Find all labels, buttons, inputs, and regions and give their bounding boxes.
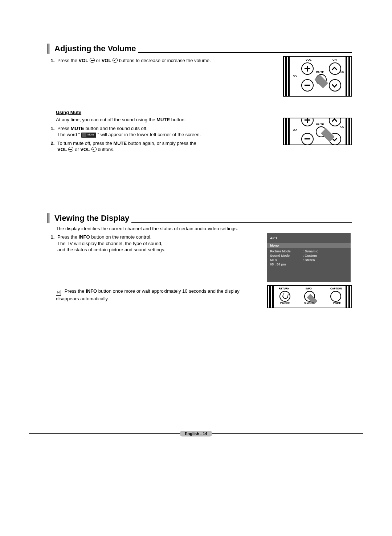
- vol-down-button: [301, 133, 314, 145]
- volume-text: Press the VOL or VOL buttons to decrease…: [47, 56, 274, 66]
- subheading-mute: Using Mute: [56, 110, 274, 115]
- label-mute: MUTE: [316, 70, 324, 74]
- vol-up-button: [301, 118, 314, 126]
- mute-speaker-icon: [82, 133, 86, 137]
- ch-up-button: [329, 118, 341, 126]
- heading-rule: [138, 52, 352, 53]
- display-step-1: Press the INFO button on the remote cont…: [56, 234, 258, 253]
- display-note: N Press the INFO button once more or wai…: [56, 288, 258, 302]
- vol-minus-icon: [90, 58, 95, 63]
- mute-intro: At any time, you can cut off the sound u…: [56, 117, 274, 123]
- vol-down-button: [301, 79, 314, 92]
- osd-row: Picture Mode Dynamic: [270, 249, 348, 253]
- ch-up-button: [329, 62, 341, 75]
- label-caption: CAPTION: [330, 287, 342, 290]
- label-return: RETURN: [279, 287, 289, 290]
- label-psize: P.SIZE: [333, 302, 341, 304]
- osd-channel: Air 7: [270, 236, 348, 240]
- remote-figure-volume: VOL CH MUTE: [283, 56, 352, 97]
- vol-plus-icon: [91, 147, 97, 152]
- heading-rule: [131, 222, 352, 223]
- section-heading-display: Viewing the Display: [47, 213, 352, 223]
- vol-plus-icon: [113, 58, 118, 63]
- heading-accent: [47, 213, 50, 223]
- label-vol: VOL: [306, 58, 311, 61]
- osd-sound: Mono: [267, 243, 351, 248]
- mute-step-2: To turn mute off, press the MUTE button …: [56, 140, 274, 153]
- osd-row: MTS Stereo: [270, 258, 348, 262]
- caption-button-icon: [330, 291, 341, 302]
- remote-figure-mute: MUTE: [283, 118, 352, 145]
- ch-down-button: [329, 79, 341, 92]
- osd-time: 05 : 54 pm: [270, 263, 348, 266]
- page-number: English - 14: [180, 431, 212, 436]
- label-info: INFO: [306, 287, 312, 290]
- label-pmode: P.MODE: [280, 302, 290, 304]
- note-icon: N: [56, 290, 61, 296]
- osd-info-panel: Air 7 Mono Picture Mode Dynamic Sound Mo…: [267, 233, 351, 282]
- page-footer: English - 14: [0, 433, 392, 434]
- mute-step-1: Press MUTE button and the sound cuts off…: [56, 125, 274, 138]
- label-smode: S.MODE: [304, 302, 314, 304]
- osd-row: Sound Mode Custom: [270, 254, 348, 257]
- vol-up-button: [301, 62, 314, 75]
- label-ch: CH: [332, 58, 337, 61]
- vol-minus-icon: [68, 147, 73, 152]
- volume-step-1: Press the VOL or VOL buttons to decrease…: [56, 57, 274, 64]
- remote-figure-info: RETURN INFO CAPTION P.MODE S.MODE P.SIZE: [267, 285, 352, 308]
- return-button-icon: [279, 291, 290, 302]
- heading-title: Viewing the Display: [54, 214, 129, 223]
- label-mute: MUTE: [316, 123, 324, 126]
- heading-accent: [47, 44, 50, 54]
- heading-title: Adjusting the Volume: [54, 44, 136, 53]
- mute-osd-pill: Mute: [81, 133, 96, 138]
- display-intro: The display identifies the current chann…: [56, 226, 258, 232]
- section-heading-volume: Adjusting the Volume: [47, 44, 352, 54]
